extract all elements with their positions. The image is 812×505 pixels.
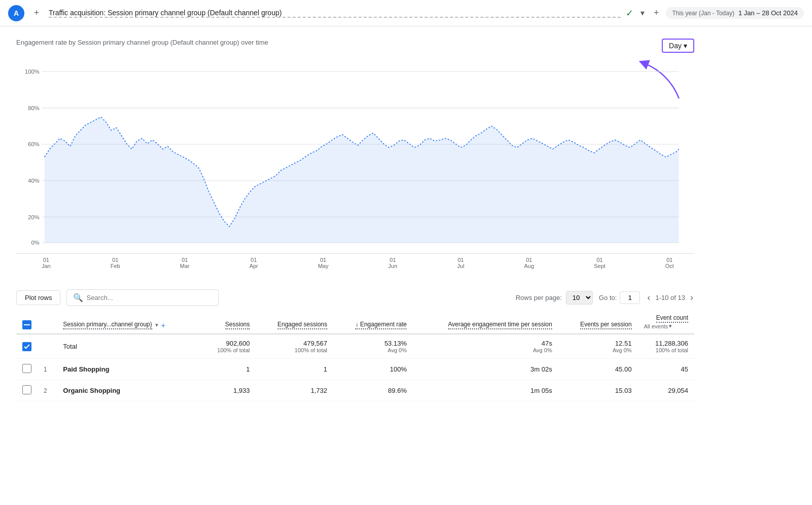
dimension-col-label: Session primary...channel group)	[63, 321, 152, 329]
avg-time-header: Average engagement time per session	[413, 310, 558, 334]
date-period-label: This year (Jan - Today)	[672, 10, 734, 17]
engaged-sessions-header: Engaged sessions	[256, 310, 333, 334]
engagement-rate-header: ↓ Engagement rate	[333, 310, 413, 334]
all-events-label: All events	[644, 323, 668, 329]
total-checkbox-cell[interactable]	[16, 334, 38, 359]
table-toolbar: Plot rows 🔍 Rows per page: 10 25 50 Go t…	[16, 281, 694, 310]
granularity-label: Day	[669, 42, 682, 50]
total-row: Total 902,600 100% of total 479,567 100%…	[16, 334, 694, 359]
chart-title: Engagement rate by Session primary chann…	[16, 39, 268, 46]
x-label-aug: 01Aug	[524, 257, 534, 269]
row1-num-cell: 1	[38, 359, 57, 380]
row2-checkbox[interactable]	[22, 385, 31, 394]
svg-text:100%: 100%	[25, 69, 39, 75]
dimension-dropdown-icon[interactable]: ▾	[155, 322, 158, 328]
event-count-col-label: Event count	[656, 314, 688, 323]
row2-engaged-sessions-cell: 1,732	[256, 380, 333, 401]
row2-events-per-session-cell: 15.03	[558, 380, 638, 401]
table-row: 2 Organic Shopping 1,933 1,732 89.6% 1m …	[16, 380, 694, 401]
prev-page-button[interactable]: ‹	[646, 291, 651, 304]
x-label-sept: 01Sept	[594, 257, 605, 269]
select-all-header[interactable]	[16, 310, 38, 334]
add-dimension-button[interactable]: +	[161, 321, 165, 329]
total-num-cell	[38, 334, 57, 359]
data-table: Session primary...channel group) ▾ + Ses…	[16, 310, 694, 401]
svg-text:0%: 0%	[31, 240, 39, 246]
check-icon: ✓	[626, 8, 633, 19]
avatar: A	[8, 5, 24, 21]
row1-events-per-session-cell: 45.00	[558, 359, 638, 380]
event-count-header: Event count All events ▾	[638, 310, 694, 334]
x-label-mar: 01Mar	[180, 257, 190, 269]
go-to-input[interactable]	[620, 291, 640, 304]
go-to-label: Go to:	[599, 294, 617, 301]
row1-event-count-cell: 45	[638, 359, 694, 380]
tab-title: Traffic acquisition: Session primary cha…	[49, 9, 621, 18]
chart-header: Engagement rate by Session primary chann…	[16, 39, 694, 53]
x-label-apr: 01Apr	[249, 257, 258, 269]
engaged-sessions-col-label: Engaged sessions	[278, 321, 327, 329]
x-label-feb: 01Feb	[111, 257, 120, 269]
add-section-button[interactable]: +	[652, 6, 661, 20]
search-icon: 🔍	[73, 293, 83, 302]
dimension-header[interactable]: Session primary...channel group) ▾ +	[57, 310, 200, 334]
row2-avg-time-cell: 1m 05s	[413, 380, 558, 401]
row1-sessions-cell: 1	[200, 359, 256, 380]
x-label-jun: 01Jun	[388, 257, 397, 269]
avg-time-col-label: Average engagement time per session	[448, 321, 552, 329]
table-row: 1 Paid Shopping 1 1 100% 3m 02s 45.00 45	[16, 359, 694, 380]
chart-container: 100% 80% 60% 40% 20% 0%	[16, 61, 694, 254]
deselect-all-checkbox[interactable]	[22, 320, 31, 329]
row1-checkbox[interactable]	[22, 364, 31, 373]
chart-svg: 100% 80% 60% 40% 20% 0%	[16, 61, 694, 253]
pagination-text: 1-10 of 13	[655, 294, 685, 301]
rows-per-page-select[interactable]: 10 25 50	[566, 291, 593, 305]
rows-per-page-control: Rows per page: 10 25 50	[516, 291, 593, 305]
total-checkbox[interactable]	[22, 342, 31, 351]
chart-section: Engagement rate by Session primary chann…	[16, 39, 694, 269]
row2-num-cell: 2	[38, 380, 57, 401]
pagination: ‹ 1-10 of 13 ›	[646, 291, 694, 304]
new-tab-button[interactable]: +	[29, 6, 44, 20]
go-to-control: Go to:	[599, 291, 640, 304]
search-input[interactable]	[86, 294, 212, 301]
x-axis: 01Jan 01Feb 01Mar 01Apr 01May 01Jun 01Ju…	[16, 254, 694, 269]
all-events-dropdown-icon: ▾	[669, 323, 672, 329]
engagement-rate-col-label: ↓ Engagement rate	[355, 321, 407, 329]
sessions-header: Sessions	[200, 310, 256, 334]
total-avg-time-cell: 47s Avg 0%	[413, 334, 558, 359]
date-range-pill[interactable]: This year (Jan - Today) 1 Jan – 28 Oct 2…	[666, 7, 804, 19]
row2-event-count-cell: 29,054	[638, 380, 694, 401]
row1-checkbox-cell[interactable]	[16, 359, 38, 380]
rows-per-page-label: Rows per page:	[516, 294, 562, 301]
plot-rows-button[interactable]: Plot rows	[16, 290, 60, 305]
row1-avg-time-cell: 3m 02s	[413, 359, 558, 380]
row2-engagement-rate-cell: 89.6%	[333, 380, 413, 401]
main-content: Engagement rate by Session primary chann…	[0, 26, 710, 414]
row1-engaged-sessions-cell: 1	[256, 359, 333, 380]
all-events-dropdown[interactable]: All events ▾	[644, 323, 688, 329]
row2-name-cell: Organic Shopping	[57, 380, 200, 401]
x-label-jan: 01Jan	[42, 257, 51, 269]
events-per-session-header: Events per session	[558, 310, 638, 334]
sessions-col-label: Sessions	[225, 321, 250, 329]
x-label-oct: 01Oct	[665, 257, 674, 269]
row2-checkbox-cell[interactable]	[16, 380, 38, 401]
total-sessions-cell: 902,600 100% of total	[200, 334, 256, 359]
row2-sessions-cell: 1,933	[200, 380, 256, 401]
svg-text:20%: 20%	[28, 214, 39, 220]
search-box: 🔍	[66, 289, 219, 306]
total-engagement-rate-cell: 53.13% Avg 0%	[333, 334, 413, 359]
total-events-per-session-cell: 12.51 Avg 0%	[558, 334, 638, 359]
svg-text:80%: 80%	[28, 105, 39, 111]
x-label-may: 01May	[318, 257, 328, 269]
row1-engagement-rate-cell: 100%	[333, 359, 413, 380]
granularity-selector[interactable]: Day ▾	[662, 39, 694, 53]
granularity-dropdown-icon: ▾	[684, 42, 687, 50]
x-label-jul: 01Jul	[457, 257, 464, 269]
next-page-button[interactable]: ›	[689, 291, 694, 304]
svg-text:40%: 40%	[28, 178, 39, 184]
row1-name-cell: Paid Shopping	[57, 359, 200, 380]
tab-dropdown-button[interactable]: ▾	[638, 6, 647, 20]
events-per-session-col-label: Events per session	[580, 321, 631, 329]
